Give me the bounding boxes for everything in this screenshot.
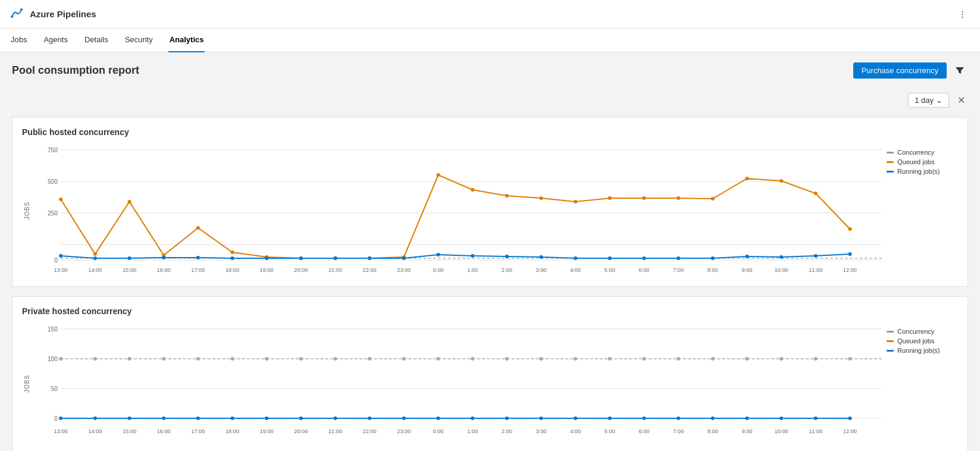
svg-point-40 xyxy=(196,256,200,259)
svg-point-104 xyxy=(436,357,440,361)
svg-point-38 xyxy=(127,256,131,260)
svg-text:8:00: 8:00 xyxy=(707,428,718,434)
svg-point-39 xyxy=(162,256,165,259)
svg-text:9:00: 9:00 xyxy=(741,428,752,434)
purchase-concurrency-button[interactable]: Purchase concurrency xyxy=(853,62,947,79)
svg-point-96 xyxy=(162,357,165,361)
svg-point-14 xyxy=(127,200,131,203)
svg-point-26 xyxy=(539,196,543,200)
svg-point-50 xyxy=(539,255,543,259)
svg-text:14:00: 14:00 xyxy=(88,428,102,434)
svg-point-25 xyxy=(505,194,509,198)
svg-text:16:00: 16:00 xyxy=(157,267,171,273)
svg-text:750: 750 xyxy=(48,147,58,154)
svg-point-13 xyxy=(93,252,97,256)
svg-point-105 xyxy=(471,357,474,361)
svg-point-114 xyxy=(779,357,783,361)
svg-text:1:00: 1:00 xyxy=(467,267,478,273)
svg-text:10:00: 10:00 xyxy=(775,267,788,273)
svg-point-47 xyxy=(436,253,440,256)
svg-point-131 xyxy=(539,416,543,420)
svg-text:3:00: 3:00 xyxy=(536,267,546,273)
svg-point-53 xyxy=(642,256,646,260)
svg-point-124 xyxy=(299,416,303,420)
filter-icon[interactable] xyxy=(951,62,968,79)
svg-text:0: 0 xyxy=(54,415,58,422)
svg-point-48 xyxy=(471,254,474,258)
public-chart-container: JOBS 750 500 250 0 xyxy=(22,144,958,277)
svg-point-106 xyxy=(505,357,509,361)
svg-point-56 xyxy=(745,255,749,258)
chevron-down-icon: ⌄ xyxy=(936,96,943,105)
svg-point-37 xyxy=(93,256,97,260)
private-queued-legend-dot xyxy=(887,340,894,342)
svg-text:15:00: 15:00 xyxy=(123,428,136,434)
svg-text:6:00: 6:00 xyxy=(638,267,649,273)
svg-text:21:00: 21:00 xyxy=(328,267,342,273)
svg-point-136 xyxy=(711,416,715,420)
svg-point-132 xyxy=(574,416,577,420)
svg-point-119 xyxy=(127,416,131,420)
svg-point-34 xyxy=(814,192,818,195)
svg-point-101 xyxy=(333,357,337,361)
queued-legend-dot xyxy=(887,161,894,163)
svg-point-49 xyxy=(505,255,509,258)
svg-text:17:00: 17:00 xyxy=(191,267,205,273)
svg-point-137 xyxy=(745,416,749,420)
nav-analytics[interactable]: Analytics xyxy=(168,29,205,52)
svg-point-93 xyxy=(59,357,62,361)
svg-point-138 xyxy=(779,416,783,420)
svg-point-36 xyxy=(59,254,62,258)
svg-text:17:00: 17:00 xyxy=(191,428,205,434)
svg-point-0 xyxy=(11,15,13,18)
svg-point-112 xyxy=(711,357,715,361)
svg-point-140 xyxy=(848,416,851,420)
nav-details[interactable]: Details xyxy=(83,29,109,52)
day-select-dropdown[interactable]: 1 day ⌄ xyxy=(908,93,949,108)
svg-point-117 xyxy=(59,416,62,420)
svg-point-1 xyxy=(20,8,23,11)
svg-point-52 xyxy=(608,256,612,260)
navigation-bar: Jobs Agents Details Security Analytics xyxy=(0,29,980,52)
app-title: Azure Pipelines xyxy=(30,9,96,19)
page-content: Pool consumption report Purchase concurr… xyxy=(0,52,980,451)
svg-point-54 xyxy=(677,256,680,260)
filter-bar: 1 day ⌄ ✕ xyxy=(12,88,968,112)
nav-agents[interactable]: Agents xyxy=(42,29,68,52)
svg-text:15:00: 15:00 xyxy=(123,267,136,273)
private-legend-running-jobs: Running job(s) xyxy=(887,347,958,354)
svg-point-122 xyxy=(230,416,234,420)
svg-text:2:00: 2:00 xyxy=(502,428,512,434)
nav-security[interactable]: Security xyxy=(124,29,154,52)
svg-point-44 xyxy=(333,256,337,260)
close-filter-button[interactable]: ✕ xyxy=(954,93,968,108)
svg-point-95 xyxy=(127,357,131,361)
svg-text:7:00: 7:00 xyxy=(673,267,684,273)
svg-point-28 xyxy=(608,196,612,200)
svg-text:12:00: 12:00 xyxy=(843,428,857,434)
svg-point-130 xyxy=(505,416,509,420)
private-legend-queued-jobs: Queued jobs xyxy=(887,337,958,344)
svg-point-109 xyxy=(608,357,612,361)
svg-point-24 xyxy=(471,188,474,192)
svg-text:11:00: 11:00 xyxy=(809,267,822,273)
svg-text:14:00: 14:00 xyxy=(88,267,102,273)
svg-point-46 xyxy=(402,256,406,260)
svg-point-118 xyxy=(93,416,97,420)
svg-point-127 xyxy=(402,416,406,420)
more-options-button[interactable]: ⋮ xyxy=(954,6,970,23)
nav-jobs[interactable]: Jobs xyxy=(10,29,28,52)
svg-text:20:00: 20:00 xyxy=(294,267,308,273)
private-chart-title: Private hosted concurrency xyxy=(22,306,958,316)
svg-text:1:00: 1:00 xyxy=(467,428,478,434)
svg-text:4:00: 4:00 xyxy=(570,428,581,434)
svg-point-94 xyxy=(93,357,97,361)
private-legend-concurrency: Concurrency xyxy=(887,328,958,335)
concurrency-legend-dot xyxy=(887,152,894,154)
legend-running-jobs: Running job(s) xyxy=(887,168,958,175)
svg-point-51 xyxy=(574,256,577,260)
svg-point-17 xyxy=(230,250,234,254)
svg-point-42 xyxy=(265,256,268,260)
svg-text:5:00: 5:00 xyxy=(605,428,615,434)
svg-text:0: 0 xyxy=(54,257,58,264)
